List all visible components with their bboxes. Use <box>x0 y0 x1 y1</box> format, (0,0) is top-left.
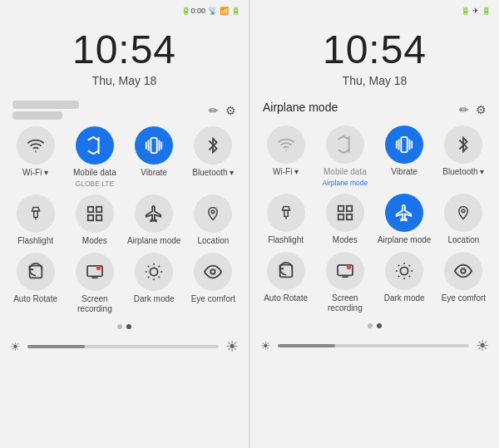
qs-mobiledata-right[interactable]: Mobile data Airplane mode <box>317 126 373 187</box>
svg-rect-10 <box>88 215 93 220</box>
qs-mobiledata-circle-left[interactable] <box>76 126 114 165</box>
qs-bluetooth-left[interactable]: Bluetooth ▾ <box>185 126 241 188</box>
svg-line-52 <box>398 276 399 277</box>
qs-airplane-circle-left[interactable] <box>135 194 173 233</box>
qs-eyecomfort-label-right: Eye comfort <box>442 293 486 303</box>
qs-darkmode-circle-left[interactable] <box>135 253 173 291</box>
battery-level: 🔋 <box>231 7 240 15</box>
left-date: Thu, May 18 <box>92 74 157 87</box>
qs-modes-label-left: Modes <box>82 236 107 246</box>
qs-vibrate-circle-right[interactable] <box>385 126 423 164</box>
svg-line-25 <box>159 266 160 267</box>
qs-autorotate-left[interactable]: Auto Rotate <box>7 253 63 314</box>
qs-mobiledata-label-right: Mobile data <box>324 167 367 177</box>
right-edit-icon[interactable]: ✏ <box>459 103 469 116</box>
qs-modes-circle-right[interactable] <box>326 194 364 232</box>
qs-location-circle-left[interactable] <box>194 194 232 233</box>
svg-rect-38 <box>338 214 343 219</box>
qs-darkmode-left[interactable]: Dark mode <box>126 253 181 314</box>
qs-flashlight-circle-left[interactable] <box>17 194 55 233</box>
right-notif-action-icons[interactable]: ✏ ⚙ <box>459 103 487 116</box>
right-brightness-row[interactable]: ☀ ☀ <box>260 337 489 355</box>
svg-line-53 <box>409 265 410 266</box>
qs-wifi-label-right: Wi-Fi ▾ <box>273 167 299 177</box>
left-brightness-fill <box>27 345 85 348</box>
qs-autorotate-circle-right[interactable] <box>267 252 305 290</box>
qs-bluetooth-right[interactable]: Bluetooth ▾ <box>436 126 492 187</box>
qs-bluetooth-label-left: Bluetooth ▾ <box>192 168 234 178</box>
qs-flashlight-right[interactable]: Flashlight <box>258 194 314 245</box>
left-page-dots <box>117 324 131 329</box>
qs-wifi-circle-right[interactable] <box>267 126 305 164</box>
qs-darkmode-circle-right[interactable] <box>385 252 423 290</box>
left-quick-settings: Wi-Fi ▾ Mobile data GLOBE LTE Vibrate <box>7 126 241 314</box>
qs-screenrec-label-left: Screen recording <box>67 294 122 314</box>
qs-flashlight-left[interactable]: Flashlight <box>7 194 63 246</box>
qs-airplane-left[interactable]: Airplane mode <box>126 194 181 246</box>
qs-screenrec-left[interactable]: Screen recording <box>67 253 122 314</box>
qs-airplane-label-right: Airplane mode <box>378 235 431 245</box>
left-brightness-row[interactable]: ☀ ☀ <box>10 337 239 356</box>
qs-eyecomfort-right[interactable]: Eye comfort <box>436 252 492 313</box>
right-brightness-fill <box>278 344 335 347</box>
right-airplane-status-icon: ✈ <box>472 7 479 15</box>
qs-mobiledata-left[interactable]: Mobile data GLOBE LTE <box>67 126 122 188</box>
left-dot-2 <box>126 324 131 329</box>
svg-rect-37 <box>347 206 352 211</box>
right-settings-icon[interactable]: ⚙ <box>476 103 487 116</box>
qs-location-circle-right[interactable] <box>444 194 482 232</box>
qs-airplane-right[interactable]: Airplane mode <box>376 194 432 245</box>
left-notification-row: ✏ ⚙ <box>12 101 236 120</box>
qs-location-label-left: Location <box>197 236 229 246</box>
qs-location-label-right: Location <box>447 235 479 245</box>
qs-screenrec-right[interactable]: Screen recording <box>317 252 373 313</box>
svg-rect-39 <box>347 214 352 219</box>
qs-wifi-circle-left[interactable] <box>17 126 55 165</box>
right-status-bar: 🔋 ✈ 🔋 <box>250 0 499 18</box>
qs-bluetooth-circle-right[interactable] <box>444 126 482 164</box>
svg-point-54 <box>462 268 467 273</box>
qs-bluetooth-label-right: Bluetooth ▾ <box>442 167 484 177</box>
qs-location-right[interactable]: Location <box>436 194 492 245</box>
qs-vibrate-circle-left[interactable] <box>135 126 173 165</box>
qs-screenrec-circle-right[interactable] <box>326 252 364 290</box>
qs-bluetooth-circle-left[interactable] <box>194 126 232 165</box>
right-phone-panel: 🔋 ✈ 🔋 10:54 Thu, May 18 Airplane mode ✏ … <box>250 0 499 448</box>
right-brightness-bar[interactable] <box>278 344 469 347</box>
qs-eyecomfort-left[interactable]: Eye comfort <box>185 253 241 314</box>
qs-location-left[interactable]: Location <box>185 194 241 246</box>
qs-eyecomfort-circle-left[interactable] <box>194 253 232 291</box>
qs-darkmode-right[interactable]: Dark mode <box>376 252 432 313</box>
svg-line-20 <box>148 266 149 267</box>
qs-modes-circle-left[interactable] <box>76 194 114 233</box>
notif-line-2 <box>12 111 62 120</box>
qs-vibrate-left[interactable]: Vibrate <box>126 126 181 188</box>
edit-icon[interactable]: ✏ <box>209 104 219 117</box>
left-notif-action-icons[interactable]: ✏ ⚙ <box>209 104 236 117</box>
brightness-high-icon: ☀ <box>225 337 239 356</box>
qs-flashlight-circle-right[interactable] <box>267 194 305 232</box>
settings-icon[interactable]: ⚙ <box>225 104 236 117</box>
qs-autorotate-right[interactable]: Auto Rotate <box>258 252 314 313</box>
qs-modes-right[interactable]: Modes <box>317 194 373 245</box>
left-time: 10:54 <box>72 27 176 72</box>
svg-line-49 <box>409 276 410 277</box>
qs-screenrec-circle-left[interactable] <box>76 253 114 291</box>
qs-vibrate-right[interactable]: Vibrate <box>376 126 432 187</box>
right-status-icons: 🔋 ✈ 🔋 <box>461 7 491 15</box>
qs-eyecomfort-circle-right[interactable] <box>444 252 482 290</box>
qs-mobiledata-circle-right[interactable] <box>326 126 364 164</box>
qs-screenrec-label-right: Screen recording <box>317 293 373 313</box>
left-phone-panel: 🔋0:00 📡 📶 🔋 10:54 Thu, May 18 ✏ ⚙ Wi-Fi <box>0 0 250 448</box>
qs-wifi-right[interactable]: Wi-Fi ▾ <box>258 126 314 187</box>
qs-wifi-left[interactable]: Wi-Fi ▾ <box>7 126 63 188</box>
qs-airplane-circle-right[interactable] <box>385 194 423 232</box>
qs-autorotate-circle-left[interactable] <box>17 253 55 291</box>
qs-flashlight-label-left: Flashlight <box>17 236 53 246</box>
svg-rect-29 <box>401 137 407 152</box>
svg-point-27 <box>285 150 287 151</box>
svg-rect-34 <box>284 210 288 217</box>
left-brightness-bar[interactable] <box>27 345 219 348</box>
qs-modes-left[interactable]: Modes <box>67 194 122 246</box>
svg-point-26 <box>211 269 216 274</box>
